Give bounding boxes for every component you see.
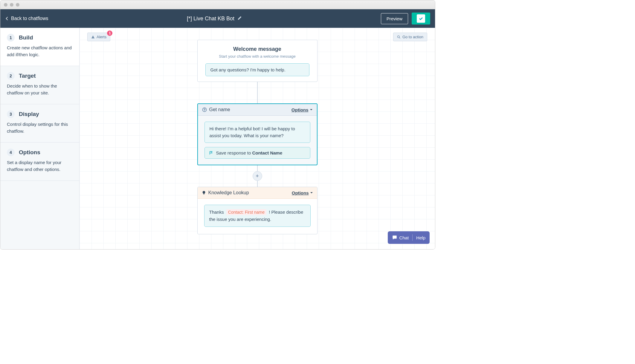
add-action-button[interactable]: + xyxy=(253,171,262,181)
flag-icon xyxy=(209,151,213,155)
chevron-left-icon xyxy=(5,16,9,21)
sidebar-step-options[interactable]: 4 Options Set a display name for your ch… xyxy=(0,143,79,181)
options-dropdown[interactable]: Options xyxy=(291,107,313,112)
svg-point-2 xyxy=(204,111,205,111)
window-titlebar xyxy=(0,0,435,9)
welcome-title: Welcome message xyxy=(202,46,312,52)
sidebar-step-build[interactable]: 1 Build Create new chatflow actions and … xyxy=(0,28,79,66)
back-label: Back to chatflows xyxy=(11,16,48,21)
flow-canvas[interactable]: Alerts 1 Go to action Welcome message St… xyxy=(80,28,435,249)
step-number: 3 xyxy=(7,110,15,118)
step-title: Options xyxy=(19,149,40,156)
help-button[interactable]: Help xyxy=(416,235,425,240)
confirm-button[interactable] xyxy=(412,13,430,25)
warning-icon xyxy=(91,35,95,39)
back-to-chatflows-link[interactable]: Back to chatflows xyxy=(5,16,48,21)
save-response-row: Save response to Contact Name xyxy=(204,147,310,159)
sidebar-step-target[interactable]: 2 Target Decide when to show the chatflo… xyxy=(0,66,79,104)
page-title: [*] Live Chat KB Bot xyxy=(187,16,234,22)
alerts-count-badge: 1 xyxy=(107,30,112,36)
step-desc: Control display settings for this chatfl… xyxy=(7,121,73,134)
traffic-light-minimize[interactable] xyxy=(10,3,13,7)
welcome-subtitle: Start your chatflow with a welcome messa… xyxy=(202,54,312,59)
caret-down-icon xyxy=(310,191,313,194)
svg-point-0 xyxy=(397,36,399,38)
contact-token: Contact: First name xyxy=(226,209,266,215)
alerts-button[interactable]: Alerts 1 xyxy=(87,33,110,41)
step-desc: Create new chatflow actions and add if/t… xyxy=(7,45,73,58)
chat-button[interactable]: Chat xyxy=(392,235,409,240)
pencil-icon xyxy=(237,16,242,20)
knowledge-message-bubble: Thanks Contact: First name ! Please desc… xyxy=(204,205,311,227)
step-number: 2 xyxy=(7,72,15,80)
save-target: Contact Name xyxy=(252,150,282,155)
goto-action-button[interactable]: Go to action xyxy=(393,33,427,41)
help-widget: Chat Help xyxy=(388,231,430,244)
question-icon xyxy=(202,107,207,112)
step-number: 4 xyxy=(7,149,15,156)
step-title: Target xyxy=(19,73,36,79)
options-dropdown[interactable]: Options xyxy=(292,190,313,195)
step-title: Display xyxy=(19,111,39,117)
get-name-card[interactable]: Get name Options Hi there! I'm a helpful… xyxy=(197,103,318,165)
traffic-light-zoom[interactable] xyxy=(16,3,19,7)
action-title: Get name xyxy=(209,107,230,112)
step-number: 1 xyxy=(7,34,15,42)
sidebar-step-display[interactable]: 3 Display Control display settings for t… xyxy=(0,104,79,143)
chat-icon xyxy=(392,235,397,240)
check-icon xyxy=(419,16,423,21)
step-desc: Set a display name for your chatflow and… xyxy=(7,159,73,173)
app-header: Back to chatflows [*] Live Chat KB Bot P… xyxy=(0,9,435,28)
preview-button[interactable]: Preview xyxy=(381,13,408,24)
alerts-label: Alerts xyxy=(97,35,106,39)
traffic-light-close[interactable] xyxy=(4,3,7,7)
search-icon xyxy=(397,35,401,39)
action-title: Knowledge Lookup xyxy=(208,190,249,195)
step-title: Build xyxy=(19,34,33,41)
knowledge-lookup-card[interactable]: Knowledge Lookup Options Thanks Contact:… xyxy=(197,187,318,234)
action-message-bubble: Hi there! I'm a helpful bot! I will be h… xyxy=(204,122,310,143)
step-desc: Decide when to show the chatflow on your… xyxy=(7,83,73,96)
goto-label: Go to action xyxy=(402,35,423,39)
welcome-message-bubble: Got any questions? I'm happy to help. xyxy=(205,63,309,76)
caret-down-icon xyxy=(310,108,313,111)
edit-title-button[interactable] xyxy=(237,16,242,22)
welcome-message-card[interactable]: Welcome message Start your chatflow with… xyxy=(197,40,318,82)
lightbulb-icon xyxy=(202,191,206,195)
connector-line xyxy=(257,82,258,103)
sidebar: 1 Build Create new chatflow actions and … xyxy=(0,28,80,249)
